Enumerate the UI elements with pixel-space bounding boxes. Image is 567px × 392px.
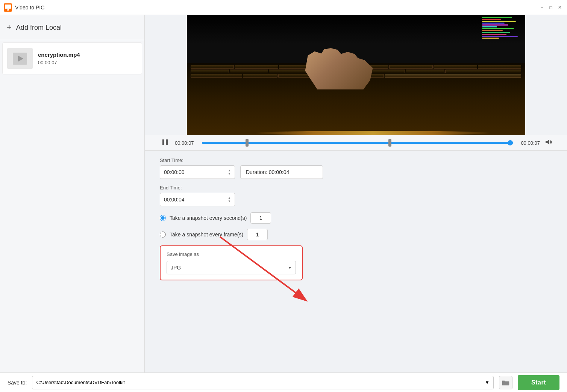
progress-bar[interactable] [202, 142, 513, 144]
volume-icon[interactable] [544, 138, 552, 147]
file-list-item[interactable]: encryption.mp4 00:00:07 [2, 42, 142, 74]
spinner-down[interactable]: ▼ [228, 173, 231, 176]
keyboard-glow [255, 131, 491, 135]
end-time-spinner[interactable]: ▲ ▼ [228, 197, 231, 203]
pause-button[interactable] [160, 139, 170, 147]
main-layout: + Add from Local encryption.mp4 00:00:07 [0, 15, 567, 372]
keyboard-bg [187, 63, 525, 135]
start-button[interactable]: Start [518, 375, 559, 390]
svg-rect-1 [5, 5, 11, 9]
browse-folder-button[interactable] [499, 376, 512, 389]
end-time-value: 00:00:04 [164, 197, 185, 203]
end-time-input-row: 00:00:04 ▲ ▼ [160, 193, 552, 206]
video-scene [187, 15, 525, 135]
end-time-label: 00:00:07 [517, 140, 540, 146]
duration-box: Duration: 00:00:04 [240, 165, 323, 179]
player-controls: 00:00:07 00:00:07 [145, 135, 567, 151]
start-time-row: Start Time: 00:00:00 ▲ ▼ Duration: [160, 157, 552, 179]
start-time-spinner[interactable]: ▲ ▼ [228, 169, 231, 176]
end-time-row: End Time: 00:00:04 ▲ ▼ [160, 185, 552, 206]
snapshot-frame-input[interactable] [247, 229, 268, 240]
video-preview [187, 15, 525, 135]
spinner-up-end[interactable]: ▲ [228, 197, 231, 200]
close-icon[interactable]: ✕ [556, 4, 563, 11]
svg-rect-8 [166, 139, 168, 145]
add-from-local-label: Add from Local [16, 24, 62, 32]
content-area: 00:00:07 00:00:07 [145, 15, 567, 372]
app-icon [4, 3, 12, 12]
svg-marker-9 [546, 139, 549, 145]
progress-fill [202, 142, 513, 144]
save-path-value: C:\Users\fab\Documents\DVDFab\Toolkit [36, 380, 125, 385]
file-thumbnail [7, 48, 33, 69]
save-to-label: Save to: [8, 380, 27, 386]
snapshot-frame-radio[interactable] [160, 232, 166, 238]
path-dropdown-icon: ▼ [485, 380, 490, 385]
file-name: encryption.mp4 [38, 51, 80, 58]
settings-panel: Start Time: 00:00:00 ▲ ▼ Duration: [145, 151, 567, 288]
start-time-label: Start Time: [160, 157, 552, 163]
start-time-input[interactable]: 00:00:00 ▲ ▼ [160, 165, 235, 179]
spinner-up[interactable]: ▲ [228, 169, 231, 172]
start-time-input-row: 00:00:00 ▲ ▼ Duration: 00:00:04 [160, 165, 552, 179]
trim-handle-right[interactable] [388, 139, 391, 147]
spinner-down-end[interactable]: ▼ [228, 200, 231, 203]
add-from-local-button[interactable]: + Add from Local [0, 15, 144, 40]
save-image-box: Save image as JPG ▼ [160, 245, 303, 280]
start-time-value: 00:00:00 [164, 169, 185, 175]
maximize-icon[interactable]: □ [547, 4, 554, 11]
save-path-select[interactable]: C:\Users\fab\Documents\DVDFab\Toolkit ▼ [32, 376, 494, 389]
content-wrapper: 00:00:07 00:00:07 [145, 15, 567, 372]
app-title: Video to PIC [15, 5, 538, 11]
bottom-bar: Save to: C:\Users\fab\Documents\DVDFab\T… [0, 372, 567, 392]
duration-label: Duration: [246, 169, 267, 175]
plus-icon: + [7, 23, 12, 32]
save-image-label: Save image as [167, 251, 296, 257]
file-duration: 00:00:07 [38, 60, 80, 65]
format-select[interactable]: JPG ▼ [167, 261, 296, 274]
select-arrow-icon: ▼ [288, 266, 292, 270]
end-time-label: End Time: [160, 185, 552, 191]
duration-value: 00:00:04 [269, 169, 290, 175]
end-time-input[interactable]: 00:00:04 ▲ ▼ [160, 193, 235, 206]
code-display [482, 17, 518, 39]
progress-thumb[interactable] [508, 140, 513, 145]
file-info: encryption.mp4 00:00:07 [38, 51, 80, 65]
svg-rect-7 [162, 139, 164, 145]
snapshot-second-radio[interactable] [160, 215, 166, 221]
minimize-icon[interactable]: − [538, 4, 545, 11]
sidebar: + Add from Local encryption.mp4 00:00:07 [0, 15, 145, 372]
snapshot-frame-label: Take a snapshot every frame(s) [170, 232, 243, 238]
trim-handle-left[interactable] [246, 139, 249, 147]
window-controls: − □ ✕ [538, 4, 563, 11]
snapshot-second-input[interactable] [250, 212, 271, 224]
title-bar: Video to PIC − □ ✕ [0, 0, 567, 15]
format-value: JPG [171, 265, 181, 271]
snapshot-frame-row: Take a snapshot every frame(s) [160, 229, 552, 240]
snapshot-second-row: Take a snapshot every second(s) [160, 212, 552, 224]
current-time-label: 00:00:07 [175, 140, 197, 146]
snapshot-second-label: Take a snapshot every second(s) [170, 215, 247, 221]
